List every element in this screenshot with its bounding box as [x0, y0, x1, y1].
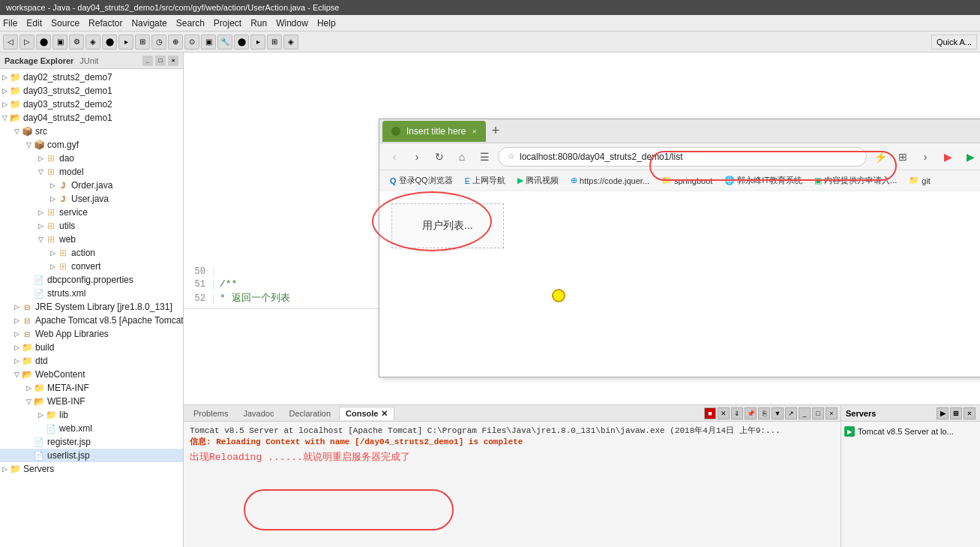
bookmark-springboot[interactable]: 📁 springboot — [657, 174, 717, 187]
server-item-tomcat[interactable]: ▶ Tomcat v8.5 Server at lo... — [844, 425, 977, 438]
menu-project[interactable]: Project — [214, 18, 241, 29]
servers-btn-close[interactable]: × — [964, 407, 976, 419]
tree-item-webcontent[interactable]: ▽ 📂 WebContent — [0, 368, 183, 381]
junit-tab[interactable]: JUnit — [79, 56, 98, 65]
tree-item-webapplibs[interactable]: ▷ ⊟ Web App Libraries — [0, 327, 183, 341]
toggle-utils[interactable]: ▷ — [36, 221, 45, 230]
address-bar[interactable]: ☆ localhost:8080/day04_struts2_demo1/lis… — [498, 147, 867, 167]
minimize-btn[interactable]: _ — [799, 407, 811, 419]
quick-access[interactable]: Quick A... — [931, 35, 977, 50]
toolbar-btn-15[interactable]: ⬤ — [234, 35, 249, 50]
copy-btn[interactable]: ⎘ — [758, 407, 770, 419]
tree-item-utils[interactable]: ▷ ⊞ utils — [0, 219, 183, 233]
grid-btn[interactable]: ⊞ — [894, 148, 912, 166]
toolbar-btn-9[interactable]: ⊞ — [135, 35, 150, 50]
tree-item-action[interactable]: ▷ ⊞ action — [0, 246, 183, 260]
video-btn[interactable]: ▶ — [939, 148, 957, 166]
tree-item-webxml[interactable]: 📄 web.xml — [0, 422, 183, 435]
close-console-btn[interactable]: × — [826, 407, 838, 419]
toolbar-btn-7[interactable]: ⬤ — [102, 35, 117, 50]
back-btn[interactable]: ‹ — [385, 148, 403, 166]
toggle-day04[interactable]: ▽ — [0, 113, 9, 122]
bookmark-nav[interactable]: E 上网导航 — [460, 173, 510, 188]
menu-help[interactable]: Help — [317, 18, 336, 29]
toolbar-btn-11[interactable]: ⊕ — [168, 35, 183, 50]
bookmark-jquery[interactable]: ⊕ https://code.jquer... — [566, 174, 654, 187]
lightning-btn[interactable]: ⚡ — [871, 148, 889, 166]
menu-navigate[interactable]: Navigate — [131, 18, 166, 29]
tree-item-dbcpconfig[interactable]: 📄 dbcpconfig.properties — [0, 273, 183, 287]
play-btn[interactable]: ▶ — [961, 148, 979, 166]
toggle-webinf[interactable]: ▽ — [24, 397, 33, 406]
bookmark-git[interactable]: 📁 git — [904, 174, 935, 187]
reader-btn[interactable]: ☰ — [475, 148, 493, 166]
menu-search[interactable]: Search — [176, 18, 205, 29]
toggle-service[interactable]: ▷ — [36, 208, 45, 217]
tree-item-user[interactable]: ▷ J User.java — [0, 192, 183, 206]
toggle-src[interactable]: ▽ — [12, 127, 21, 136]
new-tab-btn[interactable]: + — [492, 123, 500, 139]
toggle-day03-2[interactable]: ▷ — [0, 100, 9, 109]
toolbar-btn-13[interactable]: ▣ — [201, 35, 216, 50]
refresh-btn[interactable]: ↻ — [430, 148, 448, 166]
maximize-icon[interactable]: □ — [155, 56, 166, 66]
toggle-jre[interactable]: ▷ — [12, 302, 21, 311]
pin-btn[interactable]: 📌 — [745, 407, 757, 419]
tree-item-strutsxml[interactable]: 📄 struts.xml — [0, 287, 183, 300]
tab-declaration[interactable]: Declaration — [282, 407, 337, 420]
toggle-build[interactable]: ▷ — [12, 343, 21, 352]
bookmark-qq[interactable]: Q 登录QQ浏览器 — [385, 173, 457, 188]
maximize-btn[interactable]: □ — [812, 407, 824, 419]
servers-btn-1[interactable]: ▶ — [937, 407, 949, 419]
tree-item-day04[interactable]: ▽ 📂 day04_struts2_demo1 — [0, 111, 183, 125]
toggle-servers[interactable]: ▷ — [0, 464, 9, 473]
scroll-lock-btn[interactable]: ⇓ — [731, 407, 743, 419]
menu-window[interactable]: Window — [276, 18, 308, 29]
toggle-comgyf[interactable]: ▽ — [24, 140, 33, 149]
tree-item-day03-2[interactable]: ▷ 📁 day03_struts2_demo2 — [0, 98, 183, 111]
toggle-action[interactable]: ▷ — [48, 248, 57, 257]
bookmark-video[interactable]: ▶ 腾讯视频 — [513, 173, 563, 188]
tree-item-dao[interactable]: ▷ ⊞ dao — [0, 152, 183, 165]
tree-item-tomcat[interactable]: ▷ ⊟ Apache Tomcat v8.5 [Apache Tomcat v8… — [0, 314, 183, 327]
toggle-dao[interactable]: ▷ — [36, 154, 45, 163]
toolbar-btn-8[interactable]: ▸ — [118, 35, 133, 50]
toolbar-btn-4[interactable]: ▣ — [52, 35, 67, 50]
home-btn[interactable]: ⌂ — [453, 148, 471, 166]
tree-item-webinf[interactable]: ▽ 📂 WEB-INF — [0, 395, 183, 408]
tab-close-btn[interactable]: × — [472, 127, 476, 136]
toggle-dtd[interactable]: ▷ — [12, 356, 21, 365]
menu-refactor[interactable]: Refactor — [88, 18, 122, 29]
bookmark-content[interactable]: ▣ 内容提供方申请入... — [810, 173, 901, 188]
toggle-metainf[interactable]: ▷ — [24, 383, 33, 392]
tree-item-dtd[interactable]: ▷ 📁 dtd — [0, 354, 183, 368]
toolbar-btn-17[interactable]: ⊞ — [267, 35, 282, 50]
stop-btn[interactable]: ■ — [704, 407, 716, 419]
tree-item-day02[interactable]: ▷ 📁 day02_struts2_demo7 — [0, 71, 183, 84]
menu-run[interactable]: Run — [250, 18, 267, 29]
toolbar-btn-12[interactable]: ⊙ — [184, 35, 199, 50]
tree-item-service[interactable]: ▷ ⊞ service — [0, 206, 183, 219]
tree-item-web[interactable]: ▽ ⊞ web — [0, 233, 183, 246]
toggle-model[interactable]: ▽ — [36, 167, 45, 176]
tree-item-convert[interactable]: ▷ ⊞ convert — [0, 260, 183, 273]
toolbar-btn-5[interactable]: ⚙ — [69, 35, 84, 50]
toolbar-btn-16[interactable]: ▸ — [250, 35, 265, 50]
toggle-tomcat[interactable]: ▷ — [12, 316, 21, 325]
forward-btn[interactable]: › — [408, 148, 426, 166]
toggle-day03-1[interactable]: ▷ — [0, 86, 9, 95]
tab-console[interactable]: Console ✕ — [339, 407, 394, 420]
bookmark-gyf[interactable]: 🌐 郭永峰IT教育系统 — [720, 173, 807, 188]
toolbar-btn-2[interactable]: ▷ — [19, 35, 34, 50]
toggle-webcontent[interactable]: ▽ — [12, 370, 21, 379]
toolbar-btn-14[interactable]: 🔧 — [217, 35, 232, 50]
filter-btn[interactable]: ▼ — [772, 407, 784, 419]
tree-item-jre[interactable]: ▷ ⊟ JRE System Library [jre1.8.0_131] — [0, 300, 183, 314]
toolbar-btn-10[interactable]: ◷ — [151, 35, 166, 50]
toolbar-btn-1[interactable]: ◁ — [3, 35, 18, 50]
toolbar-btn-6[interactable]: ◈ — [85, 35, 100, 50]
tab-javadoc[interactable]: Javadoc — [236, 407, 280, 420]
tree-item-model[interactable]: ▽ ⊞ model — [0, 165, 183, 179]
tree-item-src[interactable]: ▽ 📦 src — [0, 125, 183, 138]
menu-source[interactable]: Source — [51, 18, 79, 29]
